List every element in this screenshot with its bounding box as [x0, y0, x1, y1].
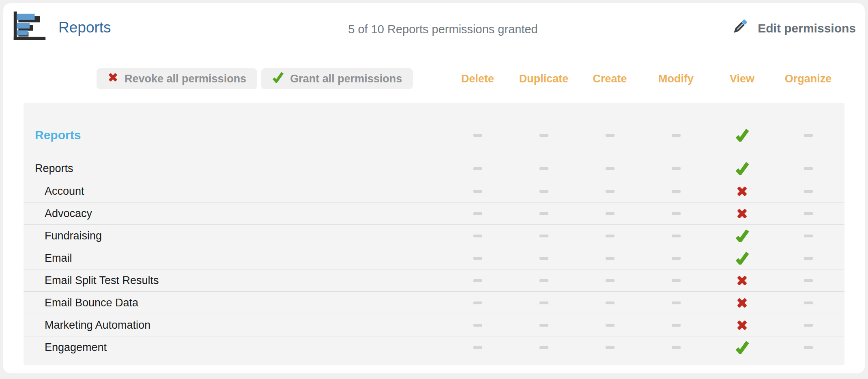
permission-cell-create	[577, 252, 643, 265]
permission-cell-create	[577, 185, 643, 198]
column-header-cell: Delete	[445, 73, 511, 85]
permission-cell-view	[709, 162, 775, 175]
permission-cell-modify	[643, 185, 709, 198]
column-header-cell: Organize	[775, 73, 841, 85]
permission-cell-delete	[445, 252, 511, 265]
dash-icon	[473, 301, 482, 304]
permission-cell-duplicate	[511, 207, 577, 220]
row-label: Engagement	[24, 341, 445, 354]
dash-icon	[539, 257, 548, 260]
permission-cell-organize	[775, 297, 841, 309]
permission-cell-modify	[643, 297, 709, 309]
bar-chart-icon	[13, 11, 46, 43]
dash-icon	[473, 279, 482, 282]
dash-icon	[539, 190, 548, 193]
cross-icon	[736, 297, 748, 309]
permission-cell-create	[577, 319, 643, 332]
page-header: Reports	[13, 11, 111, 43]
dash-icon	[539, 134, 548, 137]
dash-icon	[672, 190, 681, 193]
dash-icon	[672, 167, 681, 170]
row-label: Email	[24, 252, 445, 265]
dash-icon	[473, 257, 482, 260]
dash-icon	[804, 134, 813, 137]
dash-icon	[539, 324, 548, 327]
column-header-view[interactable]: View	[730, 73, 754, 85]
row-label: Reports	[24, 162, 445, 175]
permission-cell-delete	[445, 319, 511, 332]
permission-cell-view	[709, 229, 775, 242]
cross-icon	[736, 207, 748, 220]
table-row: Email	[24, 247, 844, 269]
dash-icon	[539, 346, 548, 349]
dash-icon	[606, 235, 614, 237]
dash-icon	[672, 301, 681, 304]
permission-cell-duplicate	[511, 229, 577, 242]
dash-icon	[473, 324, 482, 327]
column-header-modify[interactable]: Modify	[658, 73, 694, 85]
permission-cell-create	[577, 129, 643, 142]
row-label: Reports	[24, 128, 445, 142]
check-icon	[735, 229, 749, 242]
cross-icon	[736, 274, 748, 287]
edit-permissions-button[interactable]: Edit permissions	[730, 17, 856, 39]
column-header-cell: Modify	[643, 73, 709, 85]
column-header-create[interactable]: Create	[593, 73, 627, 85]
permission-cell-organize	[775, 319, 841, 332]
permission-cell-duplicate	[511, 252, 577, 265]
permission-cell-create	[577, 162, 643, 175]
check-icon	[735, 162, 749, 175]
column-header-cell: Duplicate	[511, 73, 577, 85]
dash-icon	[606, 257, 614, 260]
dash-icon	[539, 301, 548, 304]
permission-cell-modify	[643, 207, 709, 220]
permission-cell-duplicate	[511, 129, 577, 142]
dash-icon	[672, 257, 681, 260]
dash-icon	[473, 346, 482, 349]
permission-cell-organize	[775, 207, 841, 220]
dash-icon	[606, 324, 614, 327]
dash-icon	[539, 212, 548, 215]
permission-cell-view	[709, 207, 775, 220]
cross-icon	[736, 185, 748, 198]
check-icon	[735, 252, 749, 265]
check-icon	[735, 129, 749, 142]
table-row: Account	[24, 180, 844, 202]
permission-cell-duplicate	[511, 319, 577, 332]
column-header-organize[interactable]: Organize	[785, 73, 832, 85]
row-label: Advocacy	[24, 207, 445, 220]
permission-cell-organize	[775, 341, 841, 354]
dash-icon	[606, 212, 614, 215]
permission-cell-modify	[643, 129, 709, 142]
permission-cell-create	[577, 229, 643, 242]
dash-icon	[539, 235, 548, 237]
table-row: Advocacy	[24, 202, 844, 225]
dash-icon	[473, 134, 482, 137]
dash-icon	[473, 167, 482, 170]
permission-cell-organize	[775, 162, 841, 175]
dash-icon	[804, 190, 813, 193]
table-row: Reports	[24, 157, 844, 180]
table-row: Email Split Test Results	[24, 269, 844, 292]
permission-cell-view	[709, 185, 775, 198]
permission-cell-organize	[775, 129, 841, 142]
dash-icon	[672, 279, 681, 282]
permissions-table: ReportsReportsAccountAdvocacyFundraising…	[24, 103, 844, 365]
permission-cell-duplicate	[511, 185, 577, 198]
dash-icon	[672, 235, 681, 237]
column-header-duplicate[interactable]: Duplicate	[519, 73, 569, 85]
permission-cell-create	[577, 274, 643, 287]
permission-cell-modify	[643, 252, 709, 265]
permission-cell-delete	[445, 229, 511, 242]
permission-cell-create	[577, 341, 643, 354]
column-header-delete[interactable]: Delete	[461, 73, 494, 85]
dash-icon	[606, 301, 614, 304]
row-label: Email Split Test Results	[24, 274, 445, 287]
permission-cell-create	[577, 297, 643, 309]
permission-cell-delete	[445, 207, 511, 220]
dash-icon	[804, 346, 813, 349]
dash-icon	[606, 190, 614, 193]
permission-cell-view	[709, 319, 775, 332]
permission-cell-modify	[643, 229, 709, 242]
permission-cell-duplicate	[511, 274, 577, 287]
